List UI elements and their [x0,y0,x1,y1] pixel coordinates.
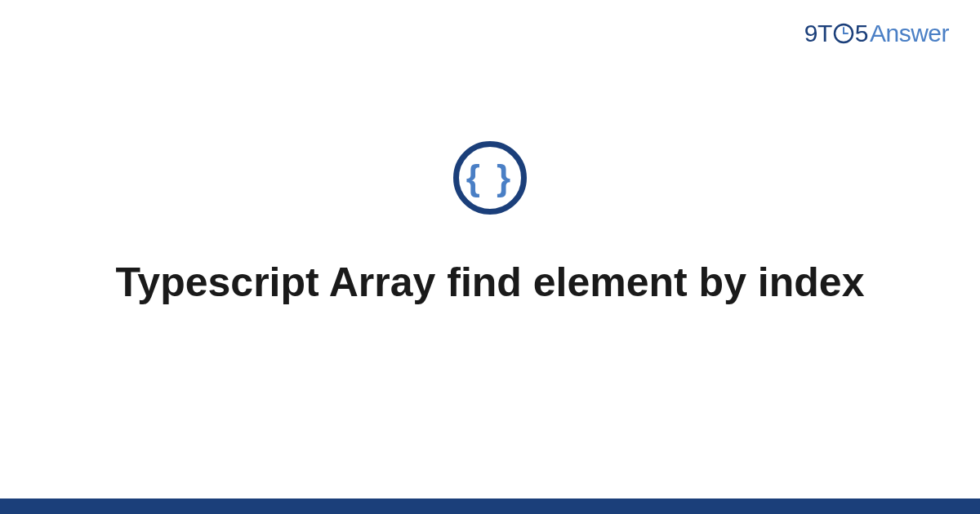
footer-accent-bar [0,498,980,514]
main-content: { } Typescript Array find element by ind… [0,0,980,514]
page-title: Typescript Array find element by index [116,257,865,308]
brace-glyph: { } [466,160,514,196]
code-braces-icon: { } [453,141,527,215]
